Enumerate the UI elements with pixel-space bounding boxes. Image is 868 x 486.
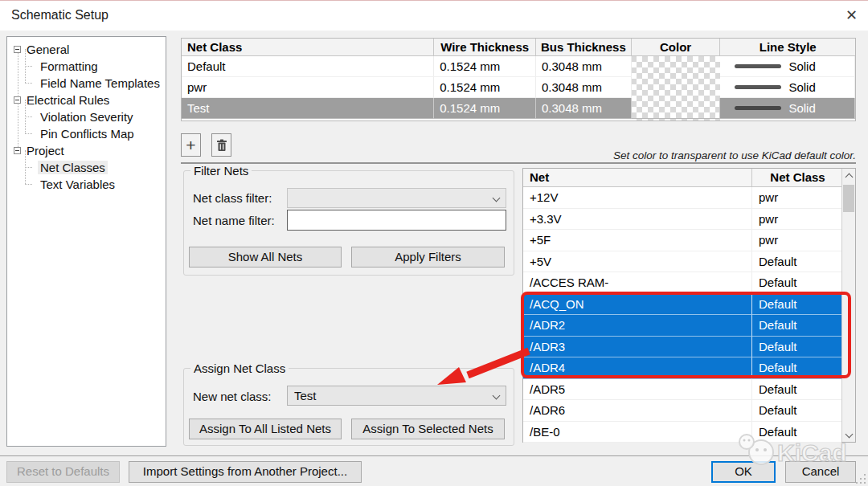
wire-thickness-cell[interactable]: 0.1524 mm <box>434 56 536 77</box>
net-cell[interactable]: /BE-0 <box>523 422 752 443</box>
table-row[interactable]: +3.3Vpwr <box>523 209 841 231</box>
table-row[interactable]: /BE-0Default <box>523 422 841 443</box>
net-class-cell[interactable]: Default <box>752 422 841 443</box>
net-class-cell[interactable]: Default <box>752 272 841 294</box>
new-net-class-dropdown[interactable]: Test <box>287 386 506 406</box>
net-cell[interactable]: /ADR4 <box>523 357 752 379</box>
net-class-cell[interactable]: pwr <box>752 209 841 231</box>
net-cell[interactable]: +5F <box>523 230 752 251</box>
column-header[interactable]: Line Style <box>720 39 855 55</box>
apply-filters-button[interactable]: Apply Filters <box>351 247 505 268</box>
net-cell[interactable]: +12V <box>523 187 752 209</box>
table-row[interactable]: /ACCES RAM-Default <box>523 272 841 294</box>
column-header[interactable]: Net Class <box>182 39 434 55</box>
net-class-filter-dropdown[interactable] <box>287 188 506 208</box>
net-name-filter-input[interactable] <box>287 210 506 231</box>
dropdown-value: Test <box>294 389 317 402</box>
chevron-down-icon <box>493 392 501 400</box>
net-cell[interactable]: /ADR3 <box>523 337 752 358</box>
color-cell[interactable] <box>632 56 721 77</box>
wire-thickness-cell[interactable]: 0.1524 mm <box>434 77 536 98</box>
scrollbar[interactable] <box>841 169 855 442</box>
show-all-nets-button[interactable]: Show All Nets <box>189 247 342 268</box>
net-cell[interactable]: /ADR5 <box>523 379 752 401</box>
wire-thickness-cell[interactable]: 0.1524 mm <box>434 98 536 119</box>
table-row-selected[interactable]: /ADR2Default <box>523 315 841 337</box>
cancel-button[interactable]: Cancel <box>785 461 856 483</box>
color-cell[interactable] <box>632 77 721 98</box>
table-row-selected[interactable]: /ACQ_ONDefault <box>523 294 841 316</box>
collapse-icon[interactable] <box>14 147 21 154</box>
table-row[interactable]: +5Fpwr <box>523 230 841 251</box>
line-style-cell[interactable]: Solid <box>720 98 855 119</box>
bus-thickness-cell[interactable]: 0.3048 mm <box>536 56 632 77</box>
bus-thickness-cell[interactable]: 0.3048 mm <box>536 98 632 119</box>
close-icon[interactable]: ✕ <box>845 6 858 24</box>
collapse-icon[interactable] <box>14 46 21 53</box>
sidebar-item-project[interactable]: Project <box>7 142 166 159</box>
ok-button[interactable]: OK <box>711 461 776 483</box>
net-class-cell[interactable]: Default <box>752 294 841 316</box>
line-style-label: Solid <box>788 77 815 97</box>
net-list-rows: +12Vpwr +3.3Vpwr +5Fpwr +5VDefault /ACCE… <box>523 187 841 443</box>
assign-to-selected-nets-button[interactable]: Assign To Selected Nets <box>351 419 505 439</box>
table-row-selected[interactable]: Test 0.1524 mm 0.3048 mm Solid <box>182 98 855 119</box>
net-class-cell[interactable]: Default <box>752 379 841 401</box>
column-header[interactable]: Net <box>523 169 752 186</box>
net-class-name-cell[interactable]: Test <box>182 98 434 119</box>
line-style-cell[interactable]: Solid <box>720 77 855 98</box>
scrollbar-thumb[interactable] <box>843 185 854 212</box>
net-cell[interactable]: /ACQ_ON <box>523 294 752 316</box>
table-row[interactable]: +12Vpwr <box>523 187 841 209</box>
sidebar-item-field-name-templates[interactable]: Field Name Templates <box>7 75 166 92</box>
column-header[interactable]: Net Class <box>752 169 843 186</box>
delete-net-class-button[interactable] <box>211 133 231 157</box>
bus-thickness-cell[interactable]: 0.3048 mm <box>536 77 632 98</box>
table-row-selected[interactable]: /ADR4Default <box>523 357 841 379</box>
table-row[interactable]: +5VDefault <box>523 251 841 273</box>
sidebar-item-electrical-rules[interactable]: Electrical Rules <box>7 92 166 108</box>
net-class-cell[interactable]: Default <box>752 251 841 273</box>
schematic-setup-dialog: Schematic Setup ✕ General Formatting Fie… <box>0 0 868 486</box>
net-class-name-cell[interactable]: pwr <box>182 77 434 98</box>
sidebar-item-pin-conflicts-map[interactable]: Pin Conflicts Map <box>7 125 166 142</box>
add-net-class-button[interactable]: + <box>181 133 201 157</box>
net-class-cell[interactable]: pwr <box>752 187 841 209</box>
scroll-up-button[interactable] <box>842 169 855 182</box>
table-row-selected[interactable]: /ADR3Default <box>523 337 841 358</box>
column-header[interactable]: Color <box>632 39 721 55</box>
line-style-cell[interactable]: Solid <box>720 56 855 77</box>
table-row[interactable]: /ADR6Default <box>523 400 841 422</box>
collapse-icon[interactable] <box>14 96 21 104</box>
sidebar-item-formatting[interactable]: Formatting <box>7 58 166 75</box>
scroll-down-button[interactable] <box>842 428 855 442</box>
import-settings-button[interactable]: Import Settings from Another Project... <box>129 461 362 483</box>
net-class-cell[interactable]: pwr <box>752 230 841 251</box>
sidebar-item-net-classes[interactable]: Net Classes <box>7 159 166 176</box>
sidebar-item-general[interactable]: General <box>7 41 166 58</box>
net-cell[interactable]: +3.3V <box>523 209 752 231</box>
net-cell[interactable]: /ACCES RAM- <box>523 272 752 294</box>
net-class-cell[interactable]: Default <box>752 315 841 337</box>
net-cell[interactable]: /ADR2 <box>523 315 752 337</box>
net-class-cell[interactable]: Default <box>752 337 841 358</box>
net-class-cell[interactable]: Default <box>752 357 841 379</box>
table-row[interactable]: Default 0.1524 mm 0.3048 mm Solid <box>182 56 855 77</box>
plus-icon: + <box>186 137 195 153</box>
color-cell[interactable] <box>632 98 721 119</box>
group-title: Assign Net Class <box>190 361 289 375</box>
net-cell[interactable]: /ADR6 <box>523 400 752 422</box>
column-header[interactable]: Wire Thickness <box>434 39 536 55</box>
net-cell[interactable]: +5V <box>523 251 752 273</box>
table-row[interactable]: /ADR5Default <box>523 379 841 401</box>
assign-to-all-listed-nets-button[interactable]: Assign To All Listed Nets <box>189 419 342 439</box>
net-list-header: Net Net Class <box>523 169 855 187</box>
table-row[interactable]: pwr 0.1524 mm 0.3048 mm Solid <box>182 77 855 98</box>
sidebar-item-violation-severity[interactable]: Violation Severity <box>7 108 166 125</box>
net-class-cell[interactable]: Default <box>752 400 841 422</box>
net-class-name-cell[interactable]: Default <box>182 56 434 77</box>
resize-grip[interactable] <box>854 472 866 484</box>
column-header[interactable]: Bus Thickness <box>536 39 632 55</box>
chevron-down-icon <box>493 194 501 202</box>
sidebar-item-text-variables[interactable]: Text Variables <box>7 176 166 193</box>
